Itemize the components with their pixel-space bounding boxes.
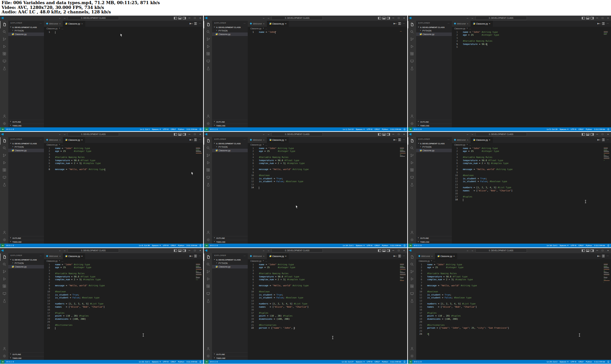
status-indentation[interactable]: Spaces: 4	[356, 360, 365, 363]
settings-icon[interactable]	[408, 236, 416, 244]
command-center[interactable]: 0. DEVELOPMENT CLASS	[271, 248, 323, 253]
maximize-icon[interactable]: □	[193, 133, 197, 136]
remote-indicator-icon[interactable]: ><	[409, 127, 412, 131]
code-line[interactable]: 3	[248, 269, 407, 273]
timeline-section[interactable]: ›TIMELINE	[416, 240, 452, 244]
outline-section[interactable]: ›OUTLINE	[8, 352, 44, 356]
bell-icon[interactable]	[199, 244, 202, 247]
code-line[interactable]: 10#boolean	[248, 174, 407, 177]
layout-sidebar-icon[interactable]	[582, 17, 585, 19]
code-line[interactable]: 22	[44, 327, 203, 330]
source-control-icon[interactable]	[204, 152, 212, 159]
back-icon[interactable]: ←	[262, 17, 265, 19]
code-line[interactable]: 12is_student = False; #boolean type	[416, 296, 611, 300]
status-errors-warnings[interactable]: ⊘0 ⚠0	[210, 128, 218, 130]
code-line[interactable]: 14numbers = [1, 2, 3, 4, 5] #List Type	[248, 303, 407, 306]
maximize-icon[interactable]: □	[600, 133, 605, 136]
layout-sidebar-icon[interactable]	[378, 17, 381, 19]
code-editor[interactable]: 1name = "John"	[248, 30, 407, 127]
accounts-icon[interactable]	[0, 113, 8, 120]
search-icon[interactable]	[0, 145, 8, 152]
back-icon[interactable]: ←	[466, 249, 469, 252]
minimap[interactable]	[400, 147, 406, 158]
code-line[interactable]: 9	[248, 171, 407, 175]
code-line[interactable]: 22person = {"name": "John", "age": 25, "…	[416, 327, 611, 330]
extensions-icon[interactable]	[204, 167, 212, 174]
explorer-icon[interactable]	[408, 253, 416, 261]
layout-panel-icon[interactable]	[382, 17, 386, 19]
close-icon[interactable]: ×	[198, 17, 202, 19]
status-eol[interactable]: CRLF	[171, 128, 176, 130]
minimize-icon[interactable]: ─	[391, 133, 395, 136]
search-icon[interactable]	[204, 28, 212, 36]
more-actions-icon[interactable]: ⋯	[403, 22, 405, 25]
status-errors-warnings[interactable]: ⊘0 ⚠0	[6, 244, 14, 246]
remote-indicator-icon[interactable]: ><	[409, 360, 412, 364]
layout-secondary-sidebar-icon[interactable]	[387, 17, 390, 19]
layout-sidebar-icon[interactable]	[174, 249, 177, 252]
minimize-icon[interactable]: ─	[391, 249, 395, 252]
command-center[interactable]: 0. DEVELOPMENT CLASS	[475, 16, 527, 20]
code-line[interactable]: 4#Variable Naming Rules	[44, 272, 203, 275]
code-line[interactable]: 13	[248, 183, 407, 187]
tab-welcome[interactable]: Welcome×	[248, 253, 267, 259]
code-line[interactable]: 7	[416, 282, 611, 285]
testing-icon[interactable]	[408, 297, 416, 305]
accounts-icon[interactable]	[204, 345, 212, 353]
explorer-icon[interactable]	[0, 253, 8, 261]
code-line[interactable]: 12is_student = False; #boolean type	[248, 296, 407, 300]
status-encoding[interactable]: UTF-8	[367, 360, 373, 363]
split-editor-icon[interactable]	[194, 255, 197, 257]
workspace-root[interactable]: ›0. DEVELOPMENT CLASS	[212, 258, 248, 261]
close-icon[interactable]: ×	[467, 139, 468, 141]
code-line[interactable]: 2age = 25 #integer type	[44, 150, 203, 153]
code-line[interactable]: 16	[248, 309, 407, 312]
run-button[interactable]: ▶▾	[394, 22, 396, 25]
remote-indicator-icon[interactable]: ><	[204, 244, 208, 247]
more-actions-icon[interactable]: ⋯	[244, 22, 246, 24]
layout-sidebar-icon[interactable]	[582, 249, 585, 252]
maximize-icon[interactable]: □	[193, 17, 197, 19]
code-line[interactable]: 17#tuples	[44, 312, 203, 315]
remote-indicator-icon[interactable]: ><	[409, 244, 412, 247]
more-actions-icon[interactable]: ⋯	[199, 255, 201, 257]
code-line[interactable]: 21#Dictionaries	[416, 324, 611, 327]
status-python-version[interactable]: 3.11.3 64-bit	[594, 360, 605, 363]
breadcrumb[interactable]: Classone.py›…	[44, 27, 203, 30]
status-encoding[interactable]: UTF-8	[163, 128, 168, 130]
outline-section[interactable]: ›OUTLINE	[416, 120, 452, 124]
close-icon[interactable]: ×	[431, 255, 433, 257]
layout-secondary-sidebar-icon[interactable]	[183, 249, 186, 252]
close-icon[interactable]: ×	[402, 133, 406, 136]
explorer-icon[interactable]	[0, 21, 8, 28]
code-line[interactable]: 9	[248, 288, 407, 291]
status-ln-col[interactable]: Ln 8, Col 38	[139, 244, 150, 246]
code-line[interactable]: 20	[416, 321, 611, 324]
status-errors-warnings[interactable]: ⊘0 ⚠0	[210, 360, 218, 363]
status-language[interactable]: Python	[178, 244, 184, 246]
code-line[interactable]: 17#tuples	[416, 312, 611, 315]
close-icon[interactable]: ×	[198, 133, 202, 136]
file-classone[interactable]: Classone.py	[212, 265, 248, 268]
code-line[interactable]: 6complex_num = 2 + 3j #complex type	[416, 278, 611, 282]
workspace-root[interactable]: ›0. DEVELOPMENT CLASS	[8, 258, 44, 261]
file-classone[interactable]: Classone.py	[8, 149, 44, 152]
extensions-icon[interactable]	[0, 50, 8, 58]
back-icon[interactable]: ←	[466, 17, 469, 19]
code-line[interactable]: 7	[452, 165, 611, 168]
code-line[interactable]: 17#tuples	[452, 196, 611, 199]
maximize-icon[interactable]: □	[397, 249, 401, 252]
bell-icon[interactable]	[607, 244, 609, 247]
timeline-section[interactable]: ›TIMELINE	[416, 124, 452, 127]
outline-section[interactable]: ›OUTLINE	[8, 236, 44, 240]
split-editor-icon[interactable]	[602, 139, 605, 141]
more-actions-icon[interactable]: ⋯	[40, 138, 42, 140]
code-line[interactable]: 2age = 25 #integer type	[452, 34, 611, 37]
status-indentation[interactable]: Spaces: 4	[152, 128, 161, 130]
code-line[interactable]: 4#Variable Naming Rules	[248, 156, 407, 159]
code-line[interactable]: 8message = "Hello, world" #string type	[44, 284, 203, 288]
source-control-icon[interactable]	[408, 152, 416, 159]
testing-icon[interactable]	[204, 297, 212, 305]
split-editor-icon[interactable]	[398, 139, 401, 141]
back-icon[interactable]: ←	[262, 249, 265, 252]
